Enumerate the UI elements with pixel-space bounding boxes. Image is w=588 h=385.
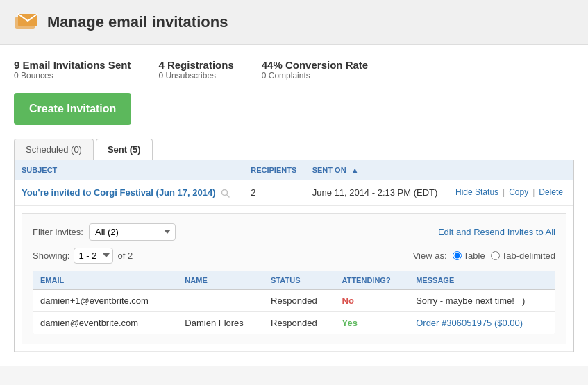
sub-table-header: EMAIL NAME STATUS ATTENDING? MESSAGE [33,271,555,290]
content-area: 9 Email Invitations Sent 0 Bounces 4 Reg… [0,45,588,366]
tabs-row: Scheduled (0) Sent (5) [14,139,574,160]
invitations-table: Subject Recipients Sent On ▲ You'r [15,160,573,352]
expanded-content: Filter invites: All (2) Responded Not Re… [22,213,566,344]
table-row: You're invited to Corgi Festival (Jun 17… [15,180,573,206]
sub-col-email: EMAIL [33,271,178,290]
invitee-attending-1: No [335,289,410,311]
stat-registrations-sub: 0 Unsubscribes [158,71,233,80]
invitee-name-2: Damien Flores [178,311,264,334]
stat-invitations-main: 9 Email Invitations Sent [14,59,131,71]
page-title: Manage email invitations [47,13,228,31]
subject-link[interactable]: You're invited to Corgi Festival (Jun 17… [22,187,216,198]
tab-sent[interactable]: Sent (5) [96,139,153,160]
invitee-status-2: Responded [264,311,335,334]
filter-row: Filter invites: All (2) Responded Not Re… [33,223,555,241]
page-header: Manage email invitations [0,0,588,45]
stat-registrations-main: 4 Registrations [158,59,233,71]
copy-link[interactable]: Copy [509,187,528,197]
col-actions [448,160,573,180]
cell-recipients: 2 [244,180,305,206]
showing-label: Showing: [33,250,69,261]
invitee-attending-2: Yes [335,311,410,334]
tab-scheduled[interactable]: Scheduled (0) [14,139,94,160]
invitee-message-1: Sorry - maybe next time! =) [409,289,555,311]
sub-col-name: NAME [178,271,264,290]
stat-conversion-sub: 0 Complaints [262,71,368,80]
col-recipients: Recipients [244,160,305,180]
create-invitation-button[interactable]: Create Invitation [14,93,131,125]
magnify-icon [221,189,230,198]
filter-select[interactable]: All (2) Responded Not Responded [89,223,176,241]
invitees-table: EMAIL NAME STATUS ATTENDING? MESSAGE [33,271,555,334]
invitee-status-1: Responded [264,289,335,311]
separator-1: | [503,187,505,197]
cell-subject: You're invited to Corgi Festival (Jun 17… [15,180,244,206]
view-as-label: View as: [413,250,447,261]
showing-left: Showing: 1 - 2 of 2 [33,248,133,264]
cell-sent-on: June 11, 2014 - 2:13 PM (EDT) [305,180,448,206]
invitee-message-2: Order #306051975 ($0.00) [409,311,555,334]
col-sent-on: Sent On ▲ [305,160,448,180]
sub-table-container: EMAIL NAME STATUS ATTENDING? MESSAGE [33,271,555,334]
stat-invitations: 9 Email Invitations Sent 0 Bounces [14,59,131,80]
sub-col-message: MESSAGE [409,271,555,290]
sub-col-status: STATUS [264,271,335,290]
order-link[interactable]: Order #306051975 ($0.00) [416,318,523,328]
edit-resend-link[interactable]: Edit and Resend Invites to All [438,227,555,237]
stat-conversion-main: 44% Conversion Rate [262,59,368,71]
expanded-row: Filter invites: All (2) Responded Not Re… [15,205,573,351]
separator-2: | [532,187,535,197]
invitee-row-1: damien+1@eventbrite.com Responded No Sor… [33,289,555,311]
stat-invitations-sub: 0 Bounces [14,71,131,80]
showing-row: Showing: 1 - 2 of 2 View as: [33,248,555,264]
table-header-row: Subject Recipients Sent On ▲ [15,160,573,180]
view-as-right: View as: Table Tab-delimited [413,250,555,261]
showing-select[interactable]: 1 - 2 [74,248,113,264]
invitee-row-2: damien@eventbrite.com Damien Flores Resp… [33,311,555,334]
radio-tab-label: Tab-delimited [502,250,555,261]
of-text: of 2 [117,250,133,261]
stat-registrations: 4 Registrations 0 Unsubscribes [158,59,233,80]
radio-table[interactable]: Table [453,250,485,261]
sub-col-attending: ATTENDING? [335,271,410,290]
delete-link[interactable]: Delete [539,187,563,197]
stats-row: 9 Email Invitations Sent 0 Bounces 4 Reg… [14,59,574,80]
header-icon [14,10,39,35]
invitee-email-1: damien+1@eventbrite.com [33,289,178,311]
filter-left: Filter invites: All (2) Responded Not Re… [33,223,176,241]
cell-actions: Hide Status | Copy | Delete [448,180,573,206]
stat-conversion: 44% Conversion Rate 0 Complaints [262,59,368,80]
hide-status-link[interactable]: Hide Status [455,187,498,197]
radio-table-label: Table [464,250,485,261]
row-actions: Hide Status | Copy | Delete [455,187,566,197]
svg-line-3 [227,194,230,197]
col-subject: Subject [15,160,244,180]
filter-label: Filter invites: [33,227,83,237]
main-table-container: Subject Recipients Sent On ▲ You'r [14,160,574,352]
radio-tab[interactable]: Tab-delimited [491,250,555,261]
sort-icon: ▲ [351,166,359,174]
invitee-name-1 [178,289,264,311]
invitee-email-2: damien@eventbrite.com [33,311,178,334]
